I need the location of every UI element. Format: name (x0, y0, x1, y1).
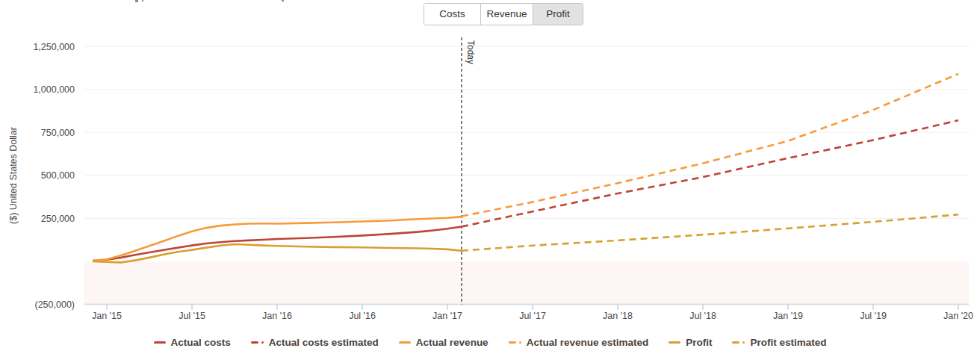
legend-label: Actual costs estimated (269, 337, 379, 348)
profit-chart-plot-area[interactable]: 1,250,0001,000,000750,000500,000250,000(… (0, 0, 980, 357)
x-tick-label: Jan '18 (603, 311, 633, 321)
x-tick-label: Jan '15 (92, 311, 122, 321)
x-tick-label: Jul '18 (689, 311, 716, 321)
legend-dashed-line-swatch (509, 341, 521, 344)
x-tick-label: Jul '17 (519, 311, 546, 321)
y-tick-label: 750,000 (41, 128, 75, 138)
legend-solid-line-swatch (154, 341, 166, 344)
legend-item-profit[interactable]: Profit (669, 337, 712, 348)
series-line-actual-costs (93, 227, 462, 261)
legend-item-profit-estimated[interactable]: Profit estimated (732, 337, 826, 348)
legend-item-actual-revenue[interactable]: Actual revenue (399, 337, 489, 348)
legend-item-actual-revenue-estimated[interactable]: Actual revenue estimated (509, 337, 649, 348)
legend-label: Actual costs (171, 337, 231, 348)
legend-dashed-line-swatch (251, 341, 264, 344)
legend-dashed-line-swatch (732, 341, 745, 344)
legend-label: Actual revenue (416, 337, 489, 348)
legend-item-actual-costs[interactable]: Actual costs (154, 337, 231, 348)
legend-item-actual-costs-estimated[interactable]: Actual costs estimated (251, 337, 379, 348)
legend-label: Profit estimated (750, 337, 826, 348)
x-tick-label: Jan '17 (432, 311, 462, 321)
stock-chart-app: Costs Revenue Profit ($) United States D… (0, 0, 980, 357)
y-tick-label: 1,250,000 (33, 42, 75, 52)
x-tick-label: Jul '19 (860, 311, 887, 321)
x-tick-label: Jul '15 (179, 311, 205, 321)
negative-region-shading (84, 261, 969, 305)
legend-label: Actual revenue estimated (527, 337, 649, 348)
series-line-actual-costs-estimated (462, 120, 958, 226)
series-line-actual-revenue-estimated (462, 74, 958, 217)
y-tick-label: 1,000,000 (33, 84, 75, 95)
y-tick-label: 500,000 (41, 170, 75, 181)
x-tick-label: Jan '16 (262, 311, 292, 321)
today-label: Today (465, 40, 476, 64)
series-line-profit-estimated (462, 214, 958, 250)
y-tick-label: 250,000 (41, 214, 75, 224)
x-tick-label: Jan '20 (943, 311, 973, 321)
x-tick-label: Jul '16 (349, 311, 376, 321)
legend-label: Profit (686, 337, 712, 348)
x-tick-label: Jan '19 (773, 311, 803, 321)
chart-legend: Actual costs Actual costs estimated Actu… (0, 337, 980, 348)
legend-solid-line-swatch (399, 341, 411, 344)
legend-solid-line-swatch (669, 341, 680, 344)
y-tick-label: (250,000) (34, 299, 75, 310)
